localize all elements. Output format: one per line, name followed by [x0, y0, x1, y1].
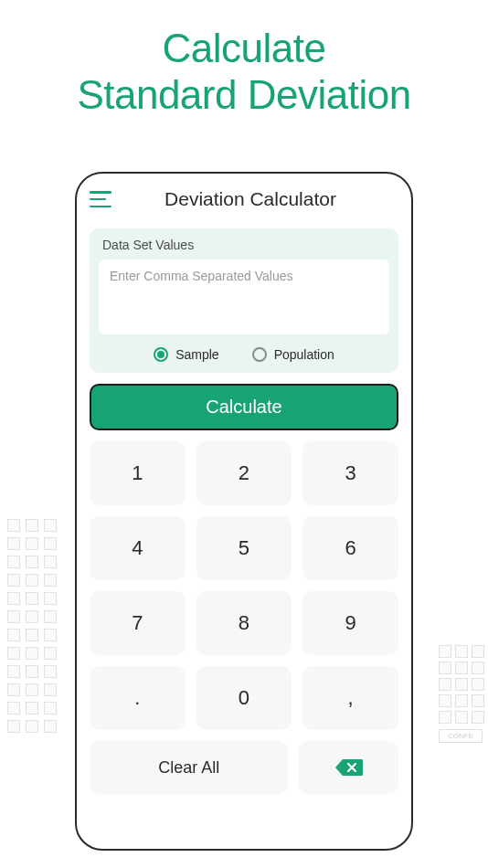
- key-8[interactable]: 8: [196, 591, 292, 655]
- phone-frame: Deviation Calculator Data Set Values Ent…: [75, 172, 413, 851]
- app-title: Deviation Calculator: [124, 188, 377, 210]
- input-placeholder: Enter Comma Separated Values: [110, 269, 293, 283]
- radio-population-label: Population: [274, 347, 334, 362]
- backspace-button[interactable]: [299, 741, 398, 794]
- calculate-button[interactable]: Calculate: [90, 384, 398, 430]
- key-comma[interactable]: ,: [302, 666, 398, 730]
- key-5[interactable]: 5: [196, 516, 292, 580]
- menu-icon[interactable]: [90, 191, 111, 207]
- input-label: Data Set Values: [99, 238, 389, 252]
- clear-all-button[interactable]: Clear All: [90, 741, 288, 794]
- radio-population[interactable]: Population: [252, 347, 334, 362]
- key-4[interactable]: 4: [90, 516, 186, 580]
- radio-sample-label: Sample: [175, 347, 218, 362]
- key-0[interactable]: 0: [196, 666, 292, 730]
- key-3[interactable]: 3: [302, 441, 398, 505]
- key-1[interactable]: 1: [90, 441, 186, 505]
- hero-title: Calculate Standard Deviation: [0, 0, 488, 118]
- hero-line2: Standard Deviation: [0, 72, 488, 119]
- radio-icon: [252, 347, 267, 362]
- keypad: 1 2 3 4 5 6 7 8 9 . 0 ,: [90, 441, 398, 730]
- key-9[interactable]: 9: [302, 591, 398, 655]
- values-input[interactable]: Enter Comma Separated Values: [99, 259, 389, 334]
- radio-icon: [154, 347, 168, 362]
- key-2[interactable]: 2: [196, 441, 292, 505]
- bottom-row: Clear All: [90, 741, 398, 794]
- app-header: Deviation Calculator: [77, 174, 411, 221]
- backspace-icon: [334, 757, 364, 778]
- key-6[interactable]: 6: [302, 516, 398, 580]
- input-card: Data Set Values Enter Comma Separated Va…: [90, 228, 398, 373]
- radio-sample[interactable]: Sample: [154, 347, 218, 362]
- radio-group: Sample Population: [99, 347, 389, 362]
- hero-line1: Calculate: [0, 26, 488, 72]
- key-dot[interactable]: .: [90, 666, 186, 730]
- key-7[interactable]: 7: [90, 591, 186, 655]
